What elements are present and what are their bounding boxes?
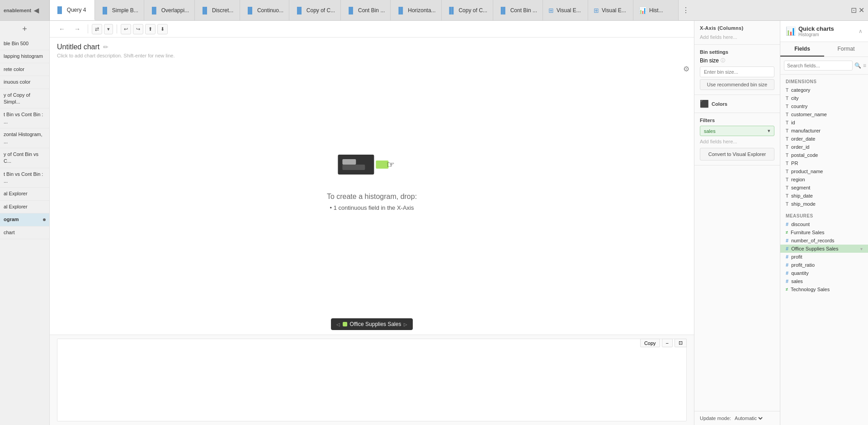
xaxis-add-fields[interactable]: Add fields here... [700, 34, 774, 40]
sidebar-add-btn[interactable]: + [0, 21, 49, 38]
bin-info-icon[interactable]: ⓘ [721, 57, 725, 64]
field-order-id[interactable]: T order_id [780, 143, 868, 151]
field-t-icon: T [786, 145, 788, 150]
field-profit[interactable]: # profit [780, 253, 868, 261]
tab-restore-icon[interactable]: ⊡ [851, 6, 857, 14]
bin-recommend-btn[interactable]: Use recommended bin size [700, 79, 774, 90]
field-product-name[interactable]: T product_name [780, 167, 868, 175]
sidebar-item-copy-simpl[interactable]: y of Copy of Simpl... [0, 89, 49, 109]
field-country[interactable]: T country [780, 102, 868, 110]
copy-chart-btn[interactable]: Copy [640, 339, 660, 347]
qc-collapse-btn[interactable]: ∧ [859, 28, 863, 34]
field-id[interactable]: T id [780, 118, 868, 127]
field-postal-code[interactable]: T postal_code [780, 151, 868, 159]
field-discount[interactable]: # discount [780, 220, 868, 228]
tab-more-btn[interactable]: ⋮ [679, 0, 693, 20]
field-quantity[interactable]: # quantity [780, 269, 868, 277]
sidebar-item-ogram[interactable]: ogram [0, 213, 49, 226]
tab-cont-bin1[interactable]: ▐▌ Cont Bin ... [341, 0, 391, 20]
tab-copy-c1[interactable]: ▐▌ Copy of C... [289, 0, 341, 20]
field-hash-icon: # [786, 270, 788, 276]
toolbar-dropdown-btn[interactable]: ▾ [104, 24, 113, 34]
tab-hist[interactable]: 📊 Hist... [633, 0, 679, 20]
field-furniture-sales[interactable]: ≠ Furniture Sales [780, 228, 868, 236]
tab-fields[interactable]: Fields [780, 42, 824, 57]
toolbar-redo-btn[interactable]: ↪ [133, 24, 143, 34]
tab-horizontal[interactable]: ▐▌ Horizonta... [391, 0, 441, 20]
chart-instruction-item: 1 continuous field in the X-Axis [327, 204, 417, 211]
expand-chart-btn[interactable]: − [662, 339, 673, 347]
bin-size-input[interactable] [700, 66, 774, 77]
field-region[interactable]: T region [780, 175, 868, 184]
field-pr[interactable]: T PR [780, 159, 868, 167]
field-hash-icon: # [786, 262, 788, 268]
search-icon[interactable]: 🔍 [854, 62, 861, 69]
sidebar-item-ble-bin[interactable]: ble Bin 500 [0, 38, 49, 50]
tab-bar-icon: ▐▌ [245, 7, 255, 14]
field-technology-sales[interactable]: ≠ Technology Sales [780, 285, 868, 293]
tab-label: Overlappi... [161, 7, 189, 14]
field-category[interactable]: T category [780, 86, 868, 94]
tab-visual-e2[interactable]: ⊞ Visual E... [588, 0, 633, 20]
sidebar-item-al-explorer2[interactable]: al Explorer [0, 201, 49, 213]
filter-pill[interactable]: sales ▾ [700, 126, 774, 136]
tab-format[interactable]: Format [824, 42, 868, 57]
toolbar-sort-desc-btn[interactable]: ⬇ [157, 24, 168, 34]
field-office-supplies-sales[interactable]: # Office Supplies Sales ▾ [780, 245, 868, 253]
sidebar-item-rete-color[interactable]: rete color [0, 63, 49, 76]
field-order-date[interactable]: T order_date [780, 135, 868, 143]
bottom-chart: Copy − ⊡ [50, 335, 694, 425]
filter-dropdown-icon[interactable]: ▾ [768, 128, 770, 134]
sidebar-item-al-explorer1[interactable]: al Explorer [0, 188, 49, 200]
field-profit-ratio[interactable]: # profit_ratio [780, 261, 868, 269]
bin-size-label: Bin size [700, 57, 719, 64]
field-city[interactable]: T city [780, 94, 868, 102]
chart-edit-icon[interactable]: ✏ [103, 43, 108, 51]
tab-close-icon[interactable]: ✕ [859, 6, 864, 14]
tab-visual-e1[interactable]: ⊞ Visual E... [543, 0, 588, 20]
bottom-chart-inner [57, 339, 687, 421]
tab-copy-c2[interactable]: ▐▌ Copy of C... [442, 0, 493, 20]
toolbar-sort-asc-btn[interactable]: ⬆ [145, 24, 156, 34]
search-input[interactable] [784, 61, 853, 71]
toolbar-swap-btn[interactable]: ⇄ [92, 24, 102, 34]
nav-forward-btn[interactable]: → [71, 24, 84, 34]
field-segment[interactable]: T segment [780, 184, 868, 192]
bin-settings-section: Bin settings Bin size ⓘ Use recommended … [694, 45, 780, 95]
tab-overlapping[interactable]: ▐▌ Overlappi... [144, 0, 195, 20]
search-filter-icon[interactable]: ≡ [863, 62, 866, 69]
field-ship-mode[interactable]: T ship_mode [780, 200, 868, 208]
sidebar-item-inuous-color[interactable]: inuous color [0, 76, 49, 89]
dimensions-group-label: Dimensions [780, 77, 868, 86]
tab-continuous[interactable]: ▐▌ Continuo... [240, 0, 289, 20]
bin-size-row: Bin size ⓘ [700, 57, 774, 64]
sidebar-item-bin-cont2[interactable]: t Bin vs Cont Bin : ... [0, 168, 49, 188]
field-customer-name[interactable]: T customer_name [780, 110, 868, 118]
chart-description[interactable]: Click to add chart description. Shift-en… [57, 53, 687, 58]
oss-arrow-right: ▷ [404, 322, 407, 327]
field-ship-date[interactable]: T ship_date [780, 192, 868, 200]
sidebar-item-chart[interactable]: chart [0, 227, 49, 239]
filter-add-fields[interactable]: Add fields here... [700, 139, 774, 144]
field-toggle-icon[interactable]: ▾ [860, 246, 863, 251]
field-manufacturer[interactable]: T manufacturer [780, 127, 868, 135]
tab-cont-bin2[interactable]: ▐▌ Cont Bin ... [493, 0, 543, 20]
tab-simple-b[interactable]: ▐▌ Simple B... [95, 0, 144, 20]
convert-to-visual-btn[interactable]: Convert to Visual Explorer [700, 148, 774, 161]
fullscreen-chart-btn[interactable]: ⊡ [675, 339, 687, 347]
field-number-of-records[interactable]: # number_of_records [780, 236, 868, 245]
tab-query4[interactable]: ▐▌ Query 4 [50, 0, 95, 20]
sidebar-item-zontal[interactable]: zontal Histogram, ... [0, 128, 49, 148]
tab-label: Copy of C... [458, 7, 487, 14]
toolbar-undo-btn[interactable]: ↩ [121, 24, 131, 34]
field-sales[interactable]: # sales [780, 277, 868, 285]
tab-label: Horizonta... [408, 7, 435, 14]
sidebar-toggle-icon[interactable]: ◀ [34, 7, 39, 14]
tab-discrete[interactable]: ▐▌ Discret... [195, 0, 240, 20]
sidebar-item-bin-cont1[interactable]: t Bin vs Cont Bin : ... [0, 109, 49, 128]
sidebar-item-cont-bin-c[interactable]: y of Cont Bin vs C... [0, 148, 49, 168]
chart-settings-btn[interactable]: ⚙ [683, 65, 689, 73]
nav-back-btn[interactable]: ← [55, 24, 69, 34]
sidebar-item-lapping[interactable]: lapping histogram [0, 50, 49, 63]
update-mode-dropdown[interactable]: Automatic [733, 415, 764, 421]
